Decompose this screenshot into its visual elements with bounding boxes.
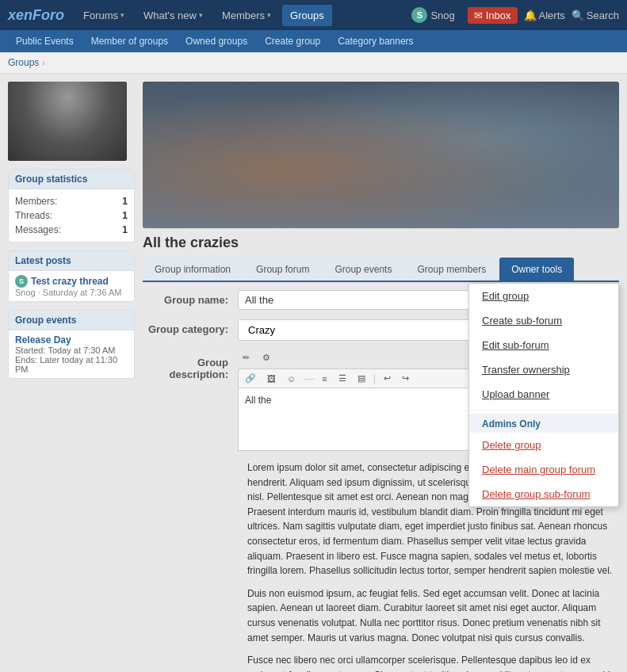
group-events-section: Group events Release Day Started: Today … — [8, 310, 135, 379]
group-thumbnail — [8, 82, 127, 161]
stat-messages: Messages: 1 — [15, 223, 128, 237]
tab-group-members[interactable]: Group members — [405, 258, 498, 281]
tab-group-forum[interactable]: Group forum — [244, 258, 321, 281]
body-paragraph-2: Duis non euismod ipsum, ac feugiat felis… — [247, 586, 619, 645]
subnav-member-of-groups[interactable]: Member of groups — [83, 32, 176, 50]
whats-new-arrow-icon: ▾ — [199, 11, 203, 19]
stat-members: Members: 1 — [15, 194, 128, 208]
dropdown-divider — [469, 410, 618, 410]
stat-members-value: 1 — [122, 196, 128, 207]
nav-right: S Snog ✉ Inbox 🔔 Alerts 🔍 Search — [405, 4, 619, 26]
latest-post-meta: Snog · Saturday at 7:36 AM — [15, 288, 128, 297]
inbox-icon: ✉ — [474, 10, 483, 21]
subnav-create-group[interactable]: Create group — [257, 32, 328, 50]
search-icon: 🔍 — [572, 10, 584, 21]
user-menu-button[interactable]: S Snog — [405, 4, 461, 26]
latest-post-item: S Test crazy thread Snog · Saturday at 7… — [9, 271, 134, 301]
stat-threads-label: Threads: — [15, 210, 52, 221]
dropdown-create-subforum[interactable]: Create sub-forum — [469, 308, 618, 333]
dropdown-delete-subforum[interactable]: Delete group sub-forum — [469, 482, 618, 506]
inbox-button[interactable]: ✉ Inbox — [468, 7, 518, 24]
toolbar-separator: — — [302, 372, 315, 384]
link-icon[interactable]: 🔗 — [240, 371, 261, 386]
dropdown-transfer-ownership[interactable]: Transfer ownership — [469, 357, 618, 382]
tab-owner-tools[interactable]: Owner tools — [499, 258, 574, 281]
nav-groups[interactable]: Groups — [282, 5, 332, 26]
align-left-icon[interactable]: ≡ — [317, 372, 331, 386]
redo-icon[interactable]: ↪ — [397, 371, 414, 386]
toolbar-separator2: | — [372, 372, 377, 384]
group-banner — [143, 82, 619, 228]
nav-forums[interactable]: Forums ▾ — [75, 5, 132, 26]
align-right-icon[interactable]: ▤ — [353, 371, 370, 386]
event-ends: Ends: Later today at 11:30 PM — [15, 355, 128, 374]
event-item: Release Day Started: Today at 7:30 AM En… — [9, 330, 134, 378]
alerts-button[interactable]: 🔔 Alerts — [524, 10, 565, 21]
members-arrow-icon: ▾ — [267, 11, 271, 19]
group-name-label: Group name: — [143, 290, 238, 306]
subnav-owned-groups[interactable]: Owned groups — [178, 32, 255, 50]
stat-messages-label: Messages: — [15, 224, 61, 235]
statistics-body: Members: 1 Threads: 1 Messages: 1 — [9, 189, 134, 242]
stat-members-label: Members: — [15, 196, 57, 207]
dropdown-edit-group[interactable]: Edit group — [469, 284, 618, 308]
group-statistics-section: Group statistics Members: 1 Threads: 1 M… — [8, 169, 135, 242]
group-tabs: Group information Group forum Group even… — [143, 258, 619, 282]
sub-navigation: Public Events Member of groups Owned gro… — [0, 30, 627, 52]
latest-posts-title: Latest posts — [9, 251, 134, 271]
dropdown-admins-only-label: Admins Only — [469, 414, 618, 433]
top-navigation: xenForo Forums ▾ What's new ▾ Members ▾ … — [0, 0, 627, 30]
group-banner-image — [143, 82, 619, 228]
content-area: All the crazies Group information Group … — [143, 82, 619, 672]
latest-post-link[interactable]: Test crazy thread — [31, 276, 109, 287]
settings-icon[interactable]: ⚙ — [258, 350, 275, 365]
stat-threads-value: 1 — [122, 210, 128, 221]
latest-post-avatar: S — [15, 275, 28, 288]
undo-icon[interactable]: ↩ — [379, 371, 396, 386]
group-title: All the crazies — [143, 235, 619, 251]
dropdown-edit-subforum[interactable]: Edit sub-forum — [469, 333, 618, 357]
main-layout: Group statistics Members: 1 Threads: 1 M… — [0, 74, 627, 672]
stat-threads: Threads: 1 — [15, 208, 128, 223]
group-category-label: Group category: — [143, 319, 238, 335]
search-button[interactable]: 🔍 Search — [572, 10, 619, 21]
owner-tools-dropdown: Edit group Create sub-forum Edit sub-for… — [468, 283, 619, 507]
latest-post-user-row: S Test crazy thread — [15, 275, 128, 288]
subnav-public-events[interactable]: Public Events — [8, 32, 82, 50]
dropdown-upload-banner[interactable]: Upload banner — [469, 382, 618, 407]
body-paragraph-3: Fusce nec libero nec orci ullamcorper sc… — [247, 653, 619, 672]
dropdown-delete-main-forum[interactable]: Delete main group forum — [469, 457, 618, 482]
dropdown-delete-group[interactable]: Delete group — [469, 433, 618, 457]
sidebar: Group statistics Members: 1 Threads: 1 M… — [8, 82, 135, 672]
group-thumbnail-image — [8, 82, 127, 161]
tab-group-information[interactable]: Group information — [143, 258, 243, 281]
tab-group-events[interactable]: Group events — [323, 258, 403, 281]
user-avatar: S — [411, 7, 427, 23]
group-events-title: Group events — [9, 311, 134, 330]
breadcrumb-arrow-icon: › — [42, 59, 44, 67]
stat-messages-value: 1 — [122, 224, 128, 235]
latest-posts-section: Latest posts S Test crazy thread Snog · … — [8, 250, 135, 302]
forums-arrow-icon: ▾ — [120, 11, 124, 19]
pencil-icon[interactable]: ✏ — [238, 350, 254, 365]
nav-members[interactable]: Members ▾ — [214, 5, 279, 26]
nav-whats-new[interactable]: What's new ▾ — [136, 5, 211, 26]
image-icon[interactable]: 🖼 — [262, 372, 281, 386]
align-center-icon[interactable]: ☰ — [334, 371, 351, 386]
statistics-title: Group statistics — [9, 170, 134, 189]
brand-logo: xenForo — [8, 7, 64, 24]
event-started: Started: Today at 7:30 AM — [15, 346, 128, 355]
bell-icon: 🔔 — [524, 10, 537, 21]
event-name-link[interactable]: Release Day — [15, 334, 128, 346]
subnav-category-banners[interactable]: Category banners — [330, 32, 421, 50]
breadcrumb-groups-link[interactable]: Groups — [8, 57, 39, 68]
nav-left: xenForo Forums ▾ What's new ▾ Members ▾ … — [8, 5, 332, 26]
breadcrumb: Groups › — [0, 52, 627, 74]
emoji-icon[interactable]: ☺ — [282, 372, 300, 386]
group-description-label: Group description: — [143, 350, 238, 380]
